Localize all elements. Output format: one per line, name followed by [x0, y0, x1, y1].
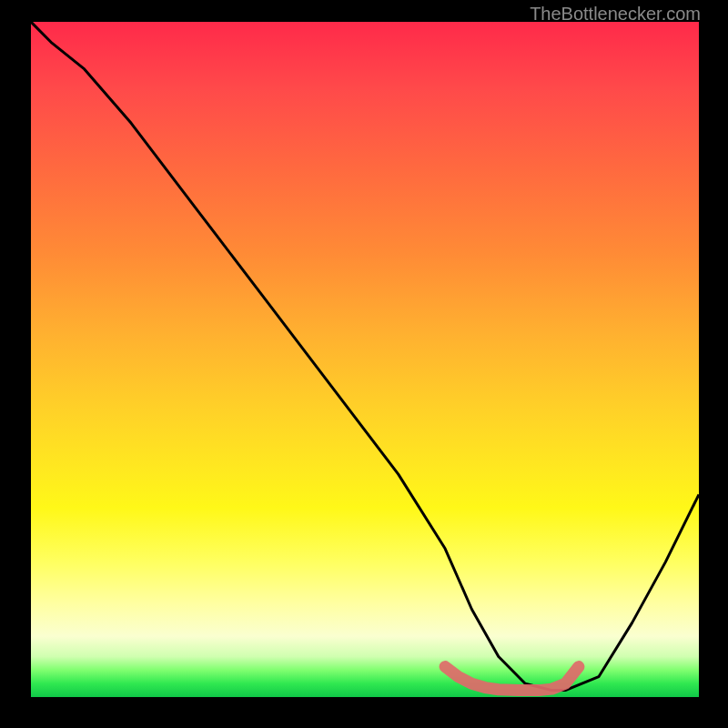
chart-container: TheBottlenecker.com: [0, 0, 728, 728]
highlight-band: [445, 667, 579, 691]
chart-svg: [31, 22, 699, 697]
curve-line: [31, 22, 699, 691]
watermark-text: TheBottlenecker.com: [530, 4, 701, 25]
plot-area: [31, 22, 699, 697]
